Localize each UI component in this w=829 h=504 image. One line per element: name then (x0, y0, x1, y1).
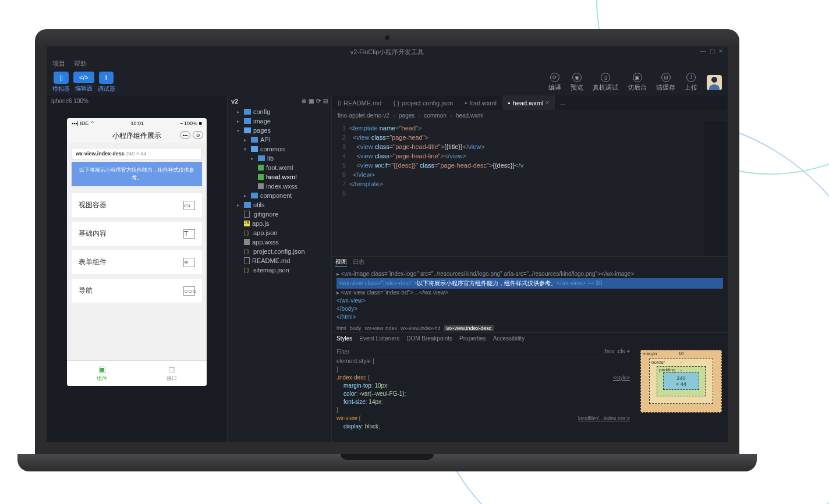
dom-crumb-item[interactable]: wx-view.index-desc (444, 325, 494, 331)
editor-tab[interactable]: ▪ foot.wxml (459, 95, 502, 110)
dom-crumb-item[interactable]: wx-view.index-hd (401, 325, 441, 331)
dom-tree[interactable]: ▸ <wx-image class="index-logo" src="../r… (332, 268, 728, 324)
ide-screen: v2-FinClip小程序开发工具 — ▢ ✕ 项目 帮助 ▯ 模拟器 (47, 47, 728, 442)
device-label: iphone6 100% (47, 95, 227, 107)
devtools-tab-log[interactable]: 日志 (353, 258, 364, 267)
tree-folder[interactable]: ▸config (228, 107, 331, 116)
bottom-tabbar: ▣组件◻接口 (67, 360, 207, 386)
editor-tab[interactable]: { } project.config.json (387, 95, 459, 110)
toolbar: ▯ 模拟器 </> 编辑器 ⫴ 调试器 ⟳编译 ◉预览 ▯真机调试 (47, 69, 728, 95)
window-title: v2-FinClip小程序开发工具 — ▢ ✕ (47, 47, 728, 58)
compile-button[interactable]: ⟳编译 (548, 73, 561, 92)
styles-panel[interactable]: :hov .cls + element.style { } .index-des… (332, 344, 635, 442)
project-root[interactable]: v2 (231, 98, 238, 105)
dom-crumb-item[interactable]: wx-view.index (365, 325, 398, 331)
clear-cache-button[interactable]: ⊟清缓存 (656, 73, 675, 92)
preview-button[interactable]: ◉预览 (571, 73, 583, 92)
component-card[interactable]: 基础内容T (72, 222, 202, 246)
tree-folder[interactable]: ▾common (228, 144, 331, 154)
editor-tab[interactable]: ▪ head.wxml × (502, 95, 555, 110)
tabbar-item[interactable]: ▣组件 (67, 361, 137, 386)
minimap[interactable] (704, 121, 728, 256)
remote-debug-button[interactable]: ▯真机调试 (593, 73, 618, 92)
tree-folder[interactable]: ▸component (228, 191, 331, 200)
tree-file[interactable]: index.wxss (228, 182, 331, 191)
simulator-panel: iphone6 100% ▪▪▪| IDE ⌃ 10:01 ⌁ 100% ■ 小… (47, 95, 227, 442)
tree-file[interactable]: { }project.config.json (228, 247, 331, 256)
breadcrumb-item[interactable]: head.wxml (456, 112, 486, 119)
tree-file[interactable]: README.md (228, 256, 331, 265)
dom-crumb-item[interactable]: body (350, 325, 362, 331)
box-model: margin10 border- padding- 240 × 44 (635, 344, 728, 442)
tab-overflow-icon[interactable]: … (555, 95, 571, 110)
background-button[interactable]: ▣切后台 (628, 73, 647, 92)
phone-frame: ▪▪▪| IDE ⌃ 10:01 ⌁ 100% ■ 小程序组件展示 ••• ⊙ (67, 118, 207, 386)
close-icon[interactable]: ✕ (718, 48, 723, 54)
tree-file[interactable]: JSapp.js (228, 219, 331, 228)
dom-crumb-item[interactable]: html (336, 325, 346, 331)
tree-file[interactable]: head.wxml (228, 172, 331, 182)
devtools-subtab[interactable]: DOM Breakpoints (406, 335, 452, 342)
tree-file[interactable]: { }app.json (228, 228, 331, 237)
menu-dots-icon[interactable]: ••• (180, 131, 190, 139)
collapse-icon[interactable]: ⊟ (323, 98, 328, 105)
inspector-tooltip: wx-view.index-desc 240 × 44 (72, 148, 202, 159)
tree-folder[interactable]: ▸utils (228, 200, 331, 210)
devtools-subtab[interactable]: Styles (336, 335, 352, 342)
devtools-tab-view[interactable]: 视图 (335, 258, 347, 267)
styles-filter-input[interactable] (336, 347, 383, 356)
tree-file[interactable]: app.wxss (228, 237, 331, 247)
simulator-toggle-button[interactable]: ▯ (54, 72, 69, 84)
menu-help[interactable]: 帮助 (74, 59, 87, 68)
new-folder-icon[interactable]: ▣ (309, 98, 314, 105)
tree-file[interactable]: foot.wxml (228, 163, 331, 172)
upload-button[interactable]: ⤴上传 (685, 73, 697, 92)
menu-project[interactable]: 项目 (52, 59, 65, 68)
close-circle-icon[interactable]: ⊙ (193, 131, 203, 139)
refresh-icon[interactable]: ⟳ (316, 98, 321, 105)
breadcrumb-item[interactable]: pages (399, 112, 420, 119)
debugger-toggle-button[interactable]: ⫴ (99, 72, 114, 84)
devtools-subtab[interactable]: Properties (459, 335, 486, 342)
breadcrumb-item[interactable]: fino-applet-demo-v2 (338, 112, 395, 119)
tree-folder[interactable]: ▸lib (228, 154, 331, 163)
maximize-icon[interactable]: ▢ (710, 48, 715, 54)
tree-file[interactable]: .gitignore (228, 210, 331, 219)
tree-folder[interactable]: ▸image (228, 116, 331, 126)
component-card[interactable]: 视图容器▭ (72, 193, 202, 217)
selected-element-highlight: 以下将展示小程序官方组件能力，组件样式仅供参考。 (72, 162, 202, 186)
new-file-icon[interactable]: ⊕ (302, 98, 306, 105)
minimize-icon[interactable]: — (700, 48, 706, 54)
file-explorer: v2 ⊕ ▣ ⟳ ⊟ ▸config▸image▾pages▸API▾commo… (227, 95, 332, 442)
breadcrumb: fino-applet-demo-v2pagescommonhead.wxml (332, 110, 728, 121)
component-card[interactable]: 导航○○○ (72, 279, 202, 303)
devtools-subtab[interactable]: Event Listeners (359, 335, 399, 342)
editor-toggle-button[interactable]: </> (73, 72, 94, 83)
code-editor[interactable]: 12345678 <template name="head"> <view cl… (332, 121, 728, 256)
laptop-frame: v2-FinClip小程序开发工具 — ▢ ✕ 项目 帮助 ▯ 模拟器 (35, 29, 739, 471)
editor-tabs: ▯ README.md{ } project.config.json▪ foot… (332, 95, 728, 110)
user-avatar[interactable] (707, 75, 722, 90)
tree-file[interactable]: { }sitemap.json (228, 265, 331, 275)
tree-folder[interactable]: ▾pages (228, 126, 331, 135)
dom-breadcrumb: htmlbodywx-view.indexwx-view.index-hdwx-… (332, 324, 728, 333)
app-title: 小程序组件展示 ••• ⊙ (67, 129, 207, 143)
component-card[interactable]: 表单组件≡ (72, 250, 202, 274)
breadcrumb-item[interactable]: common (424, 112, 452, 119)
tree-folder[interactable]: ▸API (228, 135, 331, 144)
devtools-subtab[interactable]: Accessibility (493, 335, 525, 342)
tabbar-item[interactable]: ◻接口 (137, 361, 207, 386)
devtools-panel: 视图 日志 ▸ <wx-image class="index-logo" src… (332, 256, 728, 442)
menubar: 项目 帮助 (47, 58, 728, 69)
editor-tab[interactable]: ▯ README.md (332, 95, 387, 110)
